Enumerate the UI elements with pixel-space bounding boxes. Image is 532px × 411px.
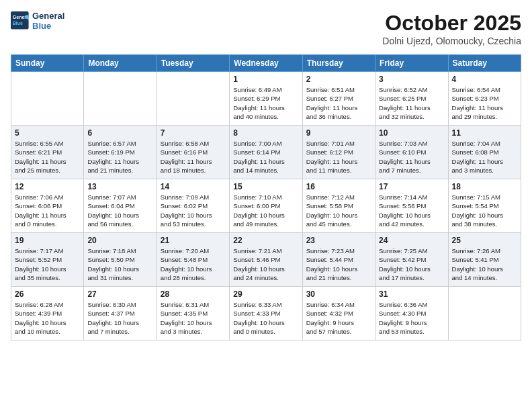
location-subtitle: Dolni Ujezd, Olomoucky, Czechia: [382, 36, 521, 46]
day-info: Sunrise: 7:07 AM Sunset: 6:04 PM Dayligh…: [87, 193, 152, 228]
day-number: 2: [306, 75, 371, 84]
day-number: 31: [379, 289, 444, 299]
calendar-cell: 29Sunrise: 6:33 AM Sunset: 4:33 PM Dayli…: [230, 287, 302, 340]
day-number: 13: [87, 182, 152, 191]
day-number: 20: [87, 236, 152, 245]
day-info: Sunrise: 6:28 AM Sunset: 4:39 PM Dayligh…: [15, 300, 80, 336]
page-header: General Blue General Blue October 2025 D…: [11, 11, 521, 46]
calendar-cell: 20Sunrise: 7:18 AM Sunset: 5:50 PM Dayli…: [84, 233, 157, 287]
day-number: 28: [161, 289, 226, 299]
header-sunday: Sunday: [11, 55, 84, 72]
day-number: 10: [379, 128, 444, 138]
day-info: Sunrise: 7:14 AM Sunset: 5:56 PM Dayligh…: [379, 193, 444, 228]
logo: General Blue General Blue: [11, 11, 64, 31]
calendar-cell: 27Sunrise: 6:30 AM Sunset: 4:37 PM Dayli…: [84, 287, 157, 340]
logo-line1: General: [32, 11, 64, 21]
svg-text:Blue: Blue: [13, 21, 23, 26]
day-info: Sunrise: 7:23 AM Sunset: 5:44 PM Dayligh…: [306, 246, 371, 282]
day-number: 14: [161, 182, 226, 191]
day-number: 17: [379, 182, 444, 191]
calendar-cell: 22Sunrise: 7:21 AM Sunset: 5:46 PM Dayli…: [230, 233, 302, 287]
calendar-cell: 1Sunrise: 6:49 AM Sunset: 6:29 PM Daylig…: [230, 72, 302, 126]
day-info: Sunrise: 7:10 AM Sunset: 6:00 PM Dayligh…: [233, 193, 298, 228]
day-number: 26: [15, 289, 80, 299]
title-section: October 2025 Dolni Ujezd, Olomoucky, Cze…: [382, 11, 521, 46]
calendar-cell: 12Sunrise: 7:06 AM Sunset: 6:06 PM Dayli…: [11, 179, 84, 233]
day-number: 21: [161, 236, 226, 245]
calendar-cell: 17Sunrise: 7:14 AM Sunset: 5:56 PM Dayli…: [375, 179, 448, 233]
day-info: Sunrise: 7:25 AM Sunset: 5:42 PM Dayligh…: [379, 246, 444, 282]
day-info: Sunrise: 6:30 AM Sunset: 4:37 PM Dayligh…: [87, 300, 152, 336]
calendar-cell: 25Sunrise: 7:26 AM Sunset: 5:41 PM Dayli…: [448, 233, 521, 287]
header-monday: Monday: [84, 55, 157, 72]
header-thursday: Thursday: [302, 55, 375, 72]
day-number: 3: [379, 75, 444, 84]
calendar-cell: 2Sunrise: 6:51 AM Sunset: 6:27 PM Daylig…: [302, 72, 375, 126]
calendar-cell: 6Sunrise: 6:57 AM Sunset: 6:19 PM Daylig…: [84, 126, 157, 179]
header-tuesday: Tuesday: [157, 55, 229, 72]
day-info: Sunrise: 7:21 AM Sunset: 5:46 PM Dayligh…: [233, 246, 298, 282]
day-info: Sunrise: 6:34 AM Sunset: 4:32 PM Dayligh…: [306, 300, 371, 336]
calendar-header-row: SundayMondayTuesdayWednesdayThursdayFrid…: [11, 55, 521, 72]
day-info: Sunrise: 7:01 AM Sunset: 6:12 PM Dayligh…: [306, 139, 371, 175]
calendar-cell: 3Sunrise: 6:52 AM Sunset: 6:25 PM Daylig…: [375, 72, 448, 126]
header-friday: Friday: [375, 55, 448, 72]
calendar-cell: 15Sunrise: 7:10 AM Sunset: 6:00 PM Dayli…: [230, 179, 302, 233]
calendar-cell: 10Sunrise: 7:03 AM Sunset: 6:10 PM Dayli…: [375, 126, 448, 179]
day-info: Sunrise: 7:04 AM Sunset: 6:08 PM Dayligh…: [452, 139, 517, 175]
calendar-cell: 31Sunrise: 6:36 AM Sunset: 4:30 PM Dayli…: [375, 287, 448, 340]
day-info: Sunrise: 7:12 AM Sunset: 5:58 PM Dayligh…: [306, 193, 371, 228]
day-number: 22: [233, 236, 298, 245]
day-info: Sunrise: 7:03 AM Sunset: 6:10 PM Dayligh…: [379, 139, 444, 175]
day-info: Sunrise: 6:58 AM Sunset: 6:16 PM Dayligh…: [161, 139, 226, 175]
day-info: Sunrise: 6:57 AM Sunset: 6:19 PM Dayligh…: [87, 139, 152, 175]
calendar-cell: 18Sunrise: 7:15 AM Sunset: 5:54 PM Dayli…: [448, 179, 521, 233]
day-number: 1: [233, 75, 298, 84]
day-info: Sunrise: 7:18 AM Sunset: 5:50 PM Dayligh…: [87, 246, 152, 282]
day-number: 23: [306, 236, 371, 245]
day-info: Sunrise: 6:49 AM Sunset: 6:29 PM Dayligh…: [233, 85, 298, 121]
day-info: Sunrise: 7:26 AM Sunset: 5:41 PM Dayligh…: [452, 246, 517, 282]
calendar-cell: [157, 72, 229, 126]
day-info: Sunrise: 7:15 AM Sunset: 5:54 PM Dayligh…: [452, 193, 517, 228]
day-info: Sunrise: 7:00 AM Sunset: 6:14 PM Dayligh…: [233, 139, 298, 175]
calendar-cell: 9Sunrise: 7:01 AM Sunset: 6:12 PM Daylig…: [302, 126, 375, 179]
day-info: Sunrise: 6:33 AM Sunset: 4:33 PM Dayligh…: [233, 300, 298, 336]
day-info: Sunrise: 7:09 AM Sunset: 6:02 PM Dayligh…: [161, 193, 226, 228]
day-info: Sunrise: 6:36 AM Sunset: 4:30 PM Dayligh…: [379, 300, 444, 336]
calendar-cell: 26Sunrise: 6:28 AM Sunset: 4:39 PM Dayli…: [11, 287, 84, 340]
day-info: Sunrise: 6:51 AM Sunset: 6:27 PM Dayligh…: [306, 85, 371, 121]
logo-icon: General Blue: [11, 11, 30, 30]
day-number: 30: [306, 289, 371, 299]
day-number: 8: [233, 128, 298, 138]
day-number: 19: [15, 236, 80, 245]
day-number: 24: [379, 236, 444, 245]
calendar-cell: 5Sunrise: 6:55 AM Sunset: 6:21 PM Daylig…: [11, 126, 84, 179]
day-number: 25: [452, 236, 517, 245]
calendar-cell: 13Sunrise: 7:07 AM Sunset: 6:04 PM Dayli…: [84, 179, 157, 233]
calendar-cell: 28Sunrise: 6:31 AM Sunset: 4:35 PM Dayli…: [157, 287, 229, 340]
day-info: Sunrise: 6:31 AM Sunset: 4:35 PM Dayligh…: [161, 300, 226, 336]
calendar-cell: [448, 287, 521, 340]
day-number: 18: [452, 182, 517, 191]
day-number: 11: [452, 128, 517, 138]
calendar-cell: 19Sunrise: 7:17 AM Sunset: 5:52 PM Dayli…: [11, 233, 84, 287]
calendar-cell: 23Sunrise: 7:23 AM Sunset: 5:44 PM Dayli…: [302, 233, 375, 287]
calendar-cell: 16Sunrise: 7:12 AM Sunset: 5:58 PM Dayli…: [302, 179, 375, 233]
calendar-cell: 24Sunrise: 7:25 AM Sunset: 5:42 PM Dayli…: [375, 233, 448, 287]
calendar-cell: 8Sunrise: 7:00 AM Sunset: 6:14 PM Daylig…: [230, 126, 302, 179]
month-title: October 2025: [382, 11, 521, 36]
calendar-week-3: 12Sunrise: 7:06 AM Sunset: 6:06 PM Dayli…: [11, 179, 521, 233]
calendar-week-1: 1Sunrise: 6:49 AM Sunset: 6:29 PM Daylig…: [11, 72, 521, 126]
day-number: 6: [87, 128, 152, 138]
day-number: 7: [161, 128, 226, 138]
calendar-cell: 7Sunrise: 6:58 AM Sunset: 6:16 PM Daylig…: [157, 126, 229, 179]
calendar-cell: 21Sunrise: 7:20 AM Sunset: 5:48 PM Dayli…: [157, 233, 229, 287]
calendar-week-5: 26Sunrise: 6:28 AM Sunset: 4:39 PM Dayli…: [11, 287, 521, 340]
calendar-week-4: 19Sunrise: 7:17 AM Sunset: 5:52 PM Dayli…: [11, 233, 521, 287]
calendar-week-2: 5Sunrise: 6:55 AM Sunset: 6:21 PM Daylig…: [11, 126, 521, 179]
day-number: 12: [15, 182, 80, 191]
day-number: 27: [87, 289, 152, 299]
day-info: Sunrise: 6:52 AM Sunset: 6:25 PM Dayligh…: [379, 85, 444, 121]
day-info: Sunrise: 7:06 AM Sunset: 6:06 PM Dayligh…: [15, 193, 80, 228]
